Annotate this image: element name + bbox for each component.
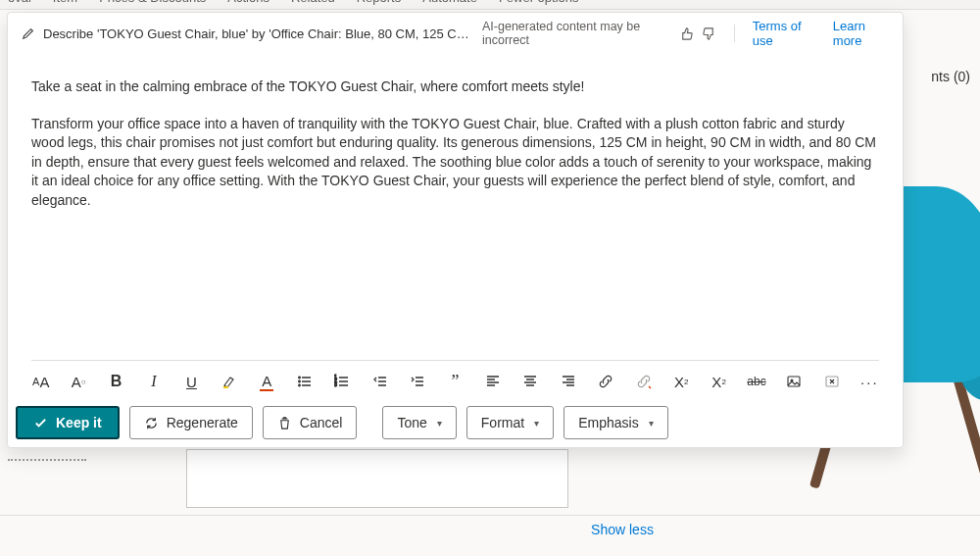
menu-item[interactable]: oval xyxy=(8,0,31,5)
highlight-icon[interactable] xyxy=(220,371,238,392)
svg-point-2 xyxy=(298,384,300,386)
format-dropdown[interactable]: Format ▾ xyxy=(466,406,554,439)
font-color-icon[interactable]: A xyxy=(258,371,276,392)
link-icon[interactable] xyxy=(597,371,615,392)
chevron-down-icon: ▾ xyxy=(437,418,442,429)
underline-icon[interactable]: U xyxy=(182,371,201,392)
modal-footer: Keep it Regenerate Cancel Tone ▾ Format … xyxy=(8,400,903,447)
font-size-icon[interactable]: AA xyxy=(31,371,50,392)
terms-of-use-link[interactable]: Terms of use xyxy=(753,19,815,48)
generated-text-area[interactable]: Take a seat in the calming embrace of th… xyxy=(8,54,903,360)
clear-format-icon[interactable] xyxy=(822,371,841,392)
app-menu-bar: oval Item Prices & Discounts Actions Rel… xyxy=(0,0,980,10)
svg-rect-6 xyxy=(788,377,800,386)
italic-icon[interactable]: I xyxy=(144,371,163,392)
thumbs-up-icon[interactable] xyxy=(679,26,694,41)
edit-icon xyxy=(22,26,35,40)
number-list-icon[interactable]: 123 xyxy=(333,371,352,392)
svg-point-0 xyxy=(298,377,300,379)
attachments-count: nts (0) xyxy=(931,69,980,84)
generated-paragraph: Take a seat in the calming embrace of th… xyxy=(31,77,879,97)
regenerate-button[interactable]: Regenerate xyxy=(129,406,253,439)
rich-text-toolbar: AA A○ B I U A 123 ” xyxy=(31,360,879,392)
menu-item[interactable]: Reports xyxy=(357,0,402,5)
superscript-icon[interactable]: X2 xyxy=(671,371,690,392)
thumbs-down-icon[interactable] xyxy=(702,26,716,41)
menu-item[interactable]: Automate xyxy=(422,0,477,5)
modal-header: Describe 'TOKYO Guest Chair, blue' by 'O… xyxy=(8,13,903,54)
strikethrough-icon[interactable]: abc xyxy=(747,371,765,392)
menu-item[interactable]: Prices & Discounts xyxy=(99,0,206,5)
subscript-icon[interactable]: X2 xyxy=(710,371,728,392)
quote-icon[interactable]: ” xyxy=(446,371,465,392)
keep-it-button[interactable]: Keep it xyxy=(16,406,120,439)
font-style-icon[interactable]: A○ xyxy=(69,371,87,392)
regenerate-label: Regenerate xyxy=(167,415,238,430)
menu-item[interactable]: Fewer options xyxy=(499,0,579,5)
tone-dropdown[interactable]: Tone ▾ xyxy=(382,406,456,439)
copilot-draft-modal: Describe 'TOKYO Guest Chair, blue' by 'O… xyxy=(7,12,904,448)
prompt-text[interactable]: Describe 'TOKYO Guest Chair, blue' by 'O… xyxy=(43,26,474,41)
chevron-down-icon: ▾ xyxy=(534,418,539,429)
unlink-icon[interactable] xyxy=(634,371,653,392)
emphasis-dropdown[interactable]: Emphasis ▾ xyxy=(564,406,667,439)
menu-item[interactable]: Item xyxy=(53,0,77,5)
tone-label: Tone xyxy=(397,415,426,430)
svg-text:3: 3 xyxy=(334,381,337,387)
bold-icon[interactable]: B xyxy=(107,371,125,392)
align-left-icon[interactable] xyxy=(483,371,502,392)
align-right-icon[interactable] xyxy=(559,371,577,392)
generated-paragraph: Transform your office space into a haven… xyxy=(31,115,879,211)
svg-point-1 xyxy=(298,380,300,382)
cancel-button[interactable]: Cancel xyxy=(263,406,358,439)
format-label: Format xyxy=(481,415,524,430)
ai-disclaimer: AI-generated content may be incorrect xyxy=(482,20,662,47)
keep-it-label: Keep it xyxy=(56,415,102,430)
outdent-icon[interactable] xyxy=(370,371,389,392)
emphasis-label: Emphasis xyxy=(578,415,638,430)
align-center-icon[interactable] xyxy=(521,371,540,392)
indent-icon[interactable] xyxy=(408,371,426,392)
divider xyxy=(734,25,735,42)
image-icon[interactable] xyxy=(785,371,804,392)
menu-item[interactable]: Actions xyxy=(227,0,270,5)
menu-item[interactable]: Related xyxy=(291,0,335,5)
chevron-down-icon: ▾ xyxy=(649,418,654,429)
description-field[interactable] xyxy=(186,449,568,508)
more-icon[interactable]: ··· xyxy=(860,371,879,392)
field-outline xyxy=(8,453,86,461)
bullet-list-icon[interactable] xyxy=(295,371,314,392)
show-less-link[interactable]: Show less xyxy=(578,522,666,537)
divider xyxy=(0,515,980,516)
learn-more-link[interactable]: Learn more xyxy=(833,19,889,48)
cancel-label: Cancel xyxy=(300,415,343,430)
